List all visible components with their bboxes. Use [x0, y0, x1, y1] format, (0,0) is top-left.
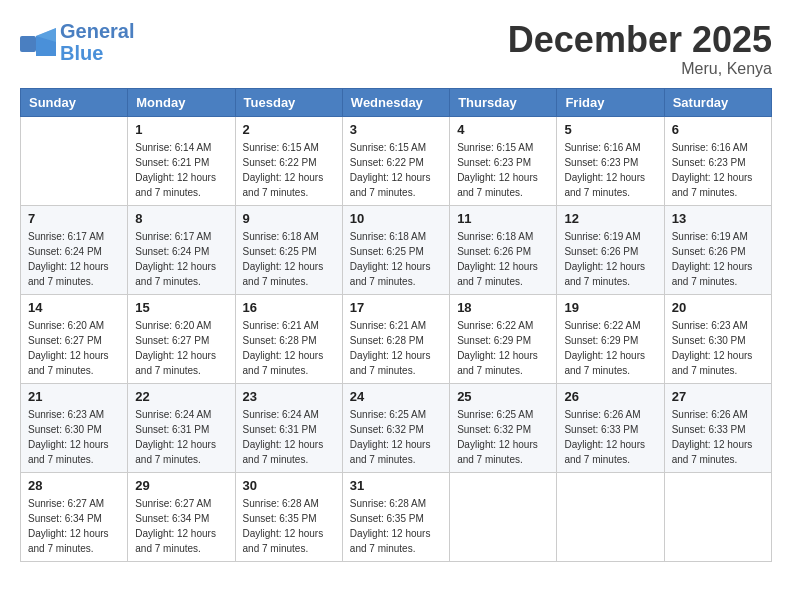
day-info: Sunrise: 6:22 AM Sunset: 6:29 PM Dayligh… — [564, 318, 656, 378]
day-number: 23 — [243, 389, 335, 404]
day-info: Sunrise: 6:18 AM Sunset: 6:25 PM Dayligh… — [243, 229, 335, 289]
calendar-cell: 11Sunrise: 6:18 AM Sunset: 6:26 PM Dayli… — [450, 205, 557, 294]
page-header: General Blue December 2025 Meru, Kenya — [20, 20, 772, 78]
title-section: December 2025 Meru, Kenya — [508, 20, 772, 78]
day-info: Sunrise: 6:16 AM Sunset: 6:23 PM Dayligh… — [672, 140, 764, 200]
day-number: 19 — [564, 300, 656, 315]
calendar-week-row: 7Sunrise: 6:17 AM Sunset: 6:24 PM Daylig… — [21, 205, 772, 294]
location-label: Meru, Kenya — [508, 60, 772, 78]
day-number: 3 — [350, 122, 442, 137]
day-number: 11 — [457, 211, 549, 226]
day-number: 5 — [564, 122, 656, 137]
calendar-cell: 29Sunrise: 6:27 AM Sunset: 6:34 PM Dayli… — [128, 472, 235, 561]
day-info: Sunrise: 6:18 AM Sunset: 6:26 PM Dayligh… — [457, 229, 549, 289]
day-number: 8 — [135, 211, 227, 226]
day-info: Sunrise: 6:28 AM Sunset: 6:35 PM Dayligh… — [243, 496, 335, 556]
day-number: 4 — [457, 122, 549, 137]
calendar-cell: 4Sunrise: 6:15 AM Sunset: 6:23 PM Daylig… — [450, 116, 557, 205]
calendar-cell: 3Sunrise: 6:15 AM Sunset: 6:22 PM Daylig… — [342, 116, 449, 205]
calendar-cell: 22Sunrise: 6:24 AM Sunset: 6:31 PM Dayli… — [128, 383, 235, 472]
calendar-cell: 7Sunrise: 6:17 AM Sunset: 6:24 PM Daylig… — [21, 205, 128, 294]
day-number: 13 — [672, 211, 764, 226]
day-info: Sunrise: 6:18 AM Sunset: 6:25 PM Dayligh… — [350, 229, 442, 289]
day-number: 6 — [672, 122, 764, 137]
calendar-header-row: Sunday Monday Tuesday Wednesday Thursday… — [21, 88, 772, 116]
day-info: Sunrise: 6:15 AM Sunset: 6:23 PM Dayligh… — [457, 140, 549, 200]
logo-icon — [20, 28, 56, 56]
day-info: Sunrise: 6:23 AM Sunset: 6:30 PM Dayligh… — [28, 407, 120, 467]
col-sunday: Sunday — [21, 88, 128, 116]
day-number: 9 — [243, 211, 335, 226]
calendar-cell: 17Sunrise: 6:21 AM Sunset: 6:28 PM Dayli… — [342, 294, 449, 383]
calendar-week-row: 1Sunrise: 6:14 AM Sunset: 6:21 PM Daylig… — [21, 116, 772, 205]
calendar-cell — [664, 472, 771, 561]
day-number: 7 — [28, 211, 120, 226]
day-info: Sunrise: 6:22 AM Sunset: 6:29 PM Dayligh… — [457, 318, 549, 378]
day-number: 20 — [672, 300, 764, 315]
day-info: Sunrise: 6:20 AM Sunset: 6:27 PM Dayligh… — [135, 318, 227, 378]
day-number: 26 — [564, 389, 656, 404]
day-number: 17 — [350, 300, 442, 315]
calendar-week-row: 14Sunrise: 6:20 AM Sunset: 6:27 PM Dayli… — [21, 294, 772, 383]
col-saturday: Saturday — [664, 88, 771, 116]
calendar-week-row: 28Sunrise: 6:27 AM Sunset: 6:34 PM Dayli… — [21, 472, 772, 561]
day-number: 27 — [672, 389, 764, 404]
day-info: Sunrise: 6:15 AM Sunset: 6:22 PM Dayligh… — [243, 140, 335, 200]
day-info: Sunrise: 6:26 AM Sunset: 6:33 PM Dayligh… — [564, 407, 656, 467]
logo: General Blue — [20, 20, 134, 64]
calendar-cell: 24Sunrise: 6:25 AM Sunset: 6:32 PM Dayli… — [342, 383, 449, 472]
col-wednesday: Wednesday — [342, 88, 449, 116]
day-info: Sunrise: 6:27 AM Sunset: 6:34 PM Dayligh… — [28, 496, 120, 556]
day-info: Sunrise: 6:19 AM Sunset: 6:26 PM Dayligh… — [672, 229, 764, 289]
calendar-cell: 18Sunrise: 6:22 AM Sunset: 6:29 PM Dayli… — [450, 294, 557, 383]
calendar-cell: 6Sunrise: 6:16 AM Sunset: 6:23 PM Daylig… — [664, 116, 771, 205]
calendar-week-row: 21Sunrise: 6:23 AM Sunset: 6:30 PM Dayli… — [21, 383, 772, 472]
calendar-cell: 27Sunrise: 6:26 AM Sunset: 6:33 PM Dayli… — [664, 383, 771, 472]
day-info: Sunrise: 6:24 AM Sunset: 6:31 PM Dayligh… — [135, 407, 227, 467]
calendar-cell: 15Sunrise: 6:20 AM Sunset: 6:27 PM Dayli… — [128, 294, 235, 383]
day-number: 14 — [28, 300, 120, 315]
calendar-table: Sunday Monday Tuesday Wednesday Thursday… — [20, 88, 772, 562]
calendar-cell: 13Sunrise: 6:19 AM Sunset: 6:26 PM Dayli… — [664, 205, 771, 294]
calendar-cell: 12Sunrise: 6:19 AM Sunset: 6:26 PM Dayli… — [557, 205, 664, 294]
calendar-cell: 30Sunrise: 6:28 AM Sunset: 6:35 PM Dayli… — [235, 472, 342, 561]
logo-text-blue: Blue — [60, 42, 134, 64]
day-info: Sunrise: 6:21 AM Sunset: 6:28 PM Dayligh… — [350, 318, 442, 378]
calendar-cell — [557, 472, 664, 561]
col-friday: Friday — [557, 88, 664, 116]
logo-text-general: General — [60, 20, 134, 42]
day-number: 24 — [350, 389, 442, 404]
day-number: 22 — [135, 389, 227, 404]
day-info: Sunrise: 6:27 AM Sunset: 6:34 PM Dayligh… — [135, 496, 227, 556]
calendar-cell: 5Sunrise: 6:16 AM Sunset: 6:23 PM Daylig… — [557, 116, 664, 205]
col-monday: Monday — [128, 88, 235, 116]
calendar-cell: 26Sunrise: 6:26 AM Sunset: 6:33 PM Dayli… — [557, 383, 664, 472]
svg-rect-0 — [20, 36, 36, 52]
calendar-cell — [450, 472, 557, 561]
day-info: Sunrise: 6:24 AM Sunset: 6:31 PM Dayligh… — [243, 407, 335, 467]
day-info: Sunrise: 6:25 AM Sunset: 6:32 PM Dayligh… — [350, 407, 442, 467]
col-thursday: Thursday — [450, 88, 557, 116]
calendar-cell: 10Sunrise: 6:18 AM Sunset: 6:25 PM Dayli… — [342, 205, 449, 294]
calendar-cell: 31Sunrise: 6:28 AM Sunset: 6:35 PM Dayli… — [342, 472, 449, 561]
calendar-cell: 19Sunrise: 6:22 AM Sunset: 6:29 PM Dayli… — [557, 294, 664, 383]
day-number: 2 — [243, 122, 335, 137]
day-info: Sunrise: 6:23 AM Sunset: 6:30 PM Dayligh… — [672, 318, 764, 378]
day-number: 29 — [135, 478, 227, 493]
day-info: Sunrise: 6:25 AM Sunset: 6:32 PM Dayligh… — [457, 407, 549, 467]
day-info: Sunrise: 6:16 AM Sunset: 6:23 PM Dayligh… — [564, 140, 656, 200]
day-info: Sunrise: 6:20 AM Sunset: 6:27 PM Dayligh… — [28, 318, 120, 378]
calendar-cell: 2Sunrise: 6:15 AM Sunset: 6:22 PM Daylig… — [235, 116, 342, 205]
day-number: 25 — [457, 389, 549, 404]
day-info: Sunrise: 6:26 AM Sunset: 6:33 PM Dayligh… — [672, 407, 764, 467]
day-info: Sunrise: 6:15 AM Sunset: 6:22 PM Dayligh… — [350, 140, 442, 200]
day-number: 31 — [350, 478, 442, 493]
day-info: Sunrise: 6:17 AM Sunset: 6:24 PM Dayligh… — [135, 229, 227, 289]
calendar-cell: 21Sunrise: 6:23 AM Sunset: 6:30 PM Dayli… — [21, 383, 128, 472]
day-info: Sunrise: 6:28 AM Sunset: 6:35 PM Dayligh… — [350, 496, 442, 556]
col-tuesday: Tuesday — [235, 88, 342, 116]
calendar-cell: 20Sunrise: 6:23 AM Sunset: 6:30 PM Dayli… — [664, 294, 771, 383]
day-info: Sunrise: 6:14 AM Sunset: 6:21 PM Dayligh… — [135, 140, 227, 200]
day-number: 10 — [350, 211, 442, 226]
calendar-cell: 14Sunrise: 6:20 AM Sunset: 6:27 PM Dayli… — [21, 294, 128, 383]
